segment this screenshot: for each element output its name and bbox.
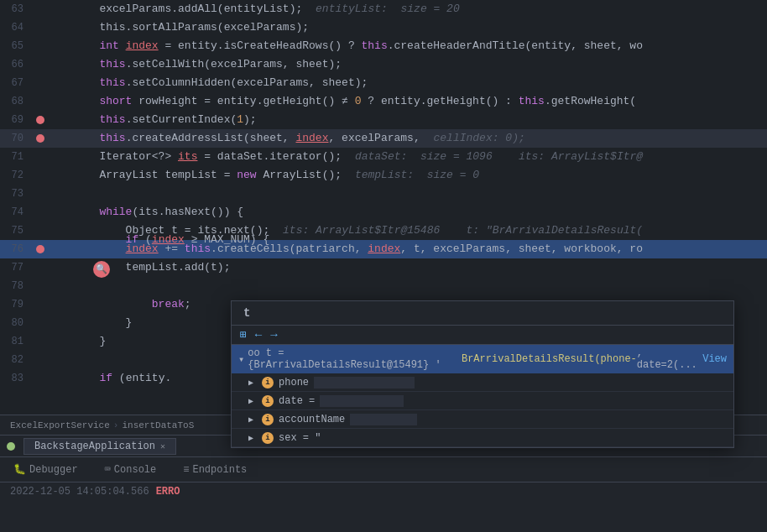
field-row-date: ▶ i date =	[232, 392, 733, 410]
field-type-icon: i	[262, 414, 274, 425]
tab-endpoints-label: Endpoints	[192, 464, 247, 476]
field-type-icon: i	[262, 432, 274, 444]
line-number: 83	[0, 373, 34, 384]
log-line: 2022-12-05 14:05:04.566 ERRO	[0, 482, 767, 501]
line-number: 81	[0, 336, 34, 347]
field-row-account: ▶ i accountName	[232, 410, 733, 429]
breakpoint-area[interactable]	[34, 116, 47, 124]
line-number: 73	[0, 188, 34, 200]
line-number: 79	[0, 299, 34, 310]
field-value-phone	[314, 377, 415, 389]
popup-search-row: t	[232, 301, 733, 326]
expand-icon[interactable]: ▶	[248, 415, 253, 425]
expand-icon[interactable]: ▶	[248, 433, 253, 443]
line-number: 63	[0, 3, 34, 15]
close-icon[interactable]: ✕	[160, 441, 165, 451]
tab-console[interactable]: ⌨ Console	[98, 460, 164, 479]
code-text: excelParams.addAll(entityList); entityLi…	[47, 0, 767, 18]
line-number: 65	[0, 40, 34, 52]
code-text: this.createAddressList(sheet, index, exc…	[47, 129, 767, 148]
debug-popup: t ⊞ ← → ▾ oo t = {BrArrivalDetailsResult…	[231, 300, 734, 448]
code-text: while(its.hasNext()) {	[47, 203, 767, 222]
breakpoint-area[interactable]	[34, 245, 47, 253]
log-level: ERRO	[156, 486, 180, 498]
table-icon[interactable]: ⊞	[238, 328, 248, 342]
code-line-68: 68 short rowHeight = entity.getHeight() …	[0, 92, 767, 111]
code-line-71: 71 Iterator<?> its = dataSet.iterator();…	[0, 148, 767, 166]
line-number: 67	[0, 77, 34, 89]
code-text: int index = entity.isCreateHeadRows() ? …	[47, 37, 767, 55]
line-number: 72	[0, 170, 34, 181]
code-line-78: 78 if (index ≥ MAX_NUM) { 🔍	[0, 277, 767, 295]
code-line-73: 73	[0, 185, 767, 203]
app-tab-backstage[interactable]: BackstageApplication ✕	[23, 438, 176, 455]
code-text: ArrayList tempList = new ArrayList(); te…	[47, 166, 767, 185]
code-line-63: 63 excelParams.addAll(entityList); entit…	[0, 0, 767, 18]
debugger-icon: 🐛	[13, 463, 26, 476]
line-number: 77	[0, 262, 34, 274]
field-row-phone: ▶ i phone	[232, 373, 733, 392]
line-number: 71	[0, 151, 34, 163]
tab-console-label: Console	[114, 464, 156, 476]
field-type-icon: i	[262, 395, 274, 407]
status-dot	[7, 442, 15, 451]
code-text: this.setCellWith(excelParams, sheet);	[47, 55, 767, 74]
code-line-65: 65 int index = entity.isCreateHeadRows()…	[0, 37, 767, 55]
search-icon[interactable]: 🔍	[93, 261, 110, 278]
line-number: 76	[0, 243, 34, 255]
breadcrumb-method: insertDataToS	[122, 420, 194, 430]
field-value-date	[320, 395, 404, 407]
endpoints-icon: ≡	[183, 464, 189, 476]
breakpoint-area[interactable]	[34, 134, 47, 143]
code-line-72: 72 ArrayList tempList = new ArrayList();…	[0, 166, 767, 185]
field-type-icon: i	[262, 377, 274, 389]
line-number: 75	[0, 225, 34, 237]
field-name-sex: sex = "	[279, 432, 321, 444]
view-link[interactable]: View	[702, 353, 727, 365]
console-icon: ⌨	[105, 463, 111, 476]
breadcrumb-service: ExcelExportService	[10, 420, 110, 430]
code-line-66: 66 this.setCellWith(excelParams, sheet);	[0, 55, 767, 74]
line-number: 74	[0, 206, 34, 218]
line-number: 68	[0, 96, 34, 107]
expand-triangle[interactable]: ▾	[238, 353, 244, 366]
field-name-account: accountName	[279, 414, 345, 425]
breadcrumb-sep: ›	[113, 420, 119, 430]
popup-nav-row: ⊞ ← →	[232, 326, 733, 345]
tab-endpoints[interactable]: ≡ Endpoints	[176, 461, 253, 479]
line-number: 82	[0, 354, 34, 366]
back-icon[interactable]: ←	[253, 328, 263, 342]
log-timestamp: 2022-12-05 14:05:04.566	[10, 486, 149, 498]
line-number: 70	[0, 133, 34, 144]
code-line-67: 67 this.setColumnHidden(excelParams, she…	[0, 74, 767, 92]
code-text: this.setColumnHidden(excelParams, sheet)…	[47, 74, 767, 92]
debug-tabs: 🐛 Debugger ⌨ Console ≡ Endpoints	[0, 457, 767, 482]
field-name-phone: phone	[279, 377, 309, 389]
result-date: , date=2(...	[637, 347, 702, 371]
app-tab-label: BackstageApplication	[34, 441, 155, 452]
popup-result-row: ▾ oo t = {BrArrivalDetailsResult@15491} …	[232, 345, 733, 373]
line-number: 64	[0, 22, 34, 34]
field-name-date: date =	[279, 395, 315, 407]
line-number: 80	[0, 317, 34, 329]
code-line-70: 70 this.createAddressList(sheet, index, …	[0, 129, 767, 148]
code-text: this.setCurrentIndex(1);	[47, 111, 767, 129]
field-value-account	[350, 414, 417, 425]
line-number: 66	[0, 59, 34, 70]
code-text: Iterator<?> its = dataSet.iterator(); da…	[47, 148, 767, 166]
line-number: 78	[0, 280, 34, 292]
tab-debugger-label: Debugger	[29, 464, 78, 476]
result-label: oo t = {BrArrivalDetailsResult@15491} '	[248, 347, 462, 371]
expand-icon[interactable]: ▶	[248, 396, 253, 406]
result-value: BrArrivalDetailsResult(phone-	[462, 353, 637, 365]
code-line-64: 64 this.sortAllParams(excelParams);	[0, 18, 767, 37]
code-line-74: 74 while(its.hasNext()) {	[0, 203, 767, 222]
line-number: 69	[0, 114, 34, 126]
tab-debugger[interactable]: 🐛 Debugger	[7, 460, 85, 479]
code-text: short rowHeight = entity.getHeight() ≠ 0…	[47, 92, 767, 111]
code-text: this.sortAllParams(excelParams);	[47, 18, 767, 37]
search-variable-label: t	[238, 305, 255, 321]
forward-icon[interactable]: →	[269, 328, 279, 342]
expand-icon[interactable]: ▶	[248, 378, 253, 388]
field-row-sex: ▶ i sex = "	[232, 429, 733, 447]
